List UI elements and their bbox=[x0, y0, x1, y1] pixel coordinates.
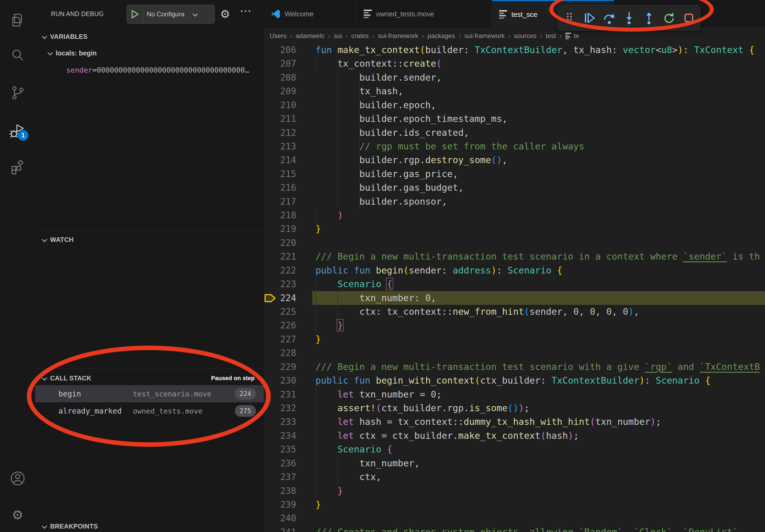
line-content[interactable]: } bbox=[312, 498, 765, 511]
line-number[interactable]: 222 bbox=[264, 264, 312, 277]
breadcrumb-file-item[interactable]: te bbox=[565, 32, 579, 40]
line-number[interactable]: 233 bbox=[264, 415, 312, 428]
code-line-209[interactable]: 209 tx_hash, bbox=[264, 84, 765, 98]
code-line-213[interactable]: 213 // rgp must be set from the caller a… bbox=[264, 139, 765, 153]
line-content[interactable]: builder.epoch_timestamp_ms, bbox=[312, 112, 765, 126]
line-content[interactable]: builder.gas_budget, bbox=[312, 181, 765, 194]
line-content[interactable]: // rgp must be set from the caller alway… bbox=[312, 139, 765, 153]
line-number[interactable]: 227 bbox=[264, 333, 312, 346]
breadcrumb-item[interactable]: adamwelc bbox=[296, 32, 325, 40]
line-content[interactable] bbox=[312, 346, 765, 360]
line-number[interactable]: 216 bbox=[264, 181, 312, 194]
line-number[interactable]: 221 bbox=[264, 250, 312, 263]
line-content[interactable]: Scenario { bbox=[312, 442, 765, 456]
breadcrumb-item[interactable]: crates bbox=[351, 32, 369, 40]
source-control-icon[interactable] bbox=[0, 79, 35, 107]
breadcrumb-item[interactable]: sui bbox=[334, 32, 342, 40]
variable-row[interactable]: sender = 0000000000000000000000000000000… bbox=[66, 63, 259, 77]
tab-welcome[interactable]: Welcome bbox=[264, 0, 357, 28]
extensions-icon[interactable] bbox=[0, 154, 35, 182]
line-number[interactable]: 207 bbox=[264, 57, 312, 71]
line-number[interactable]: 240 bbox=[264, 511, 312, 525]
code-line-239[interactable]: 239} bbox=[264, 498, 765, 511]
code-line-227[interactable]: 227} bbox=[264, 333, 765, 346]
code-line-230[interactable]: 230public fun begin_with_context(ctx_bui… bbox=[264, 374, 765, 387]
start-debug-icon[interactable] bbox=[131, 10, 140, 19]
line-content[interactable]: txn_number: 0, bbox=[312, 291, 765, 305]
line-content[interactable]: let hash = tx_context::dummy_tx_hash_wit… bbox=[312, 415, 765, 428]
line-content[interactable]: } bbox=[312, 222, 765, 236]
line-content[interactable]: } bbox=[312, 484, 765, 498]
line-number[interactable]: 225 bbox=[264, 305, 312, 319]
code-line-206[interactable]: 206fun make_tx_context(builder: TxContex… bbox=[264, 44, 765, 57]
line-content[interactable]: let ctx = ctx_builder.make_tx_context(ha… bbox=[312, 429, 765, 442]
line-number[interactable]: 212 bbox=[264, 126, 312, 139]
line-number[interactable]: 236 bbox=[264, 456, 312, 470]
line-content[interactable]: tx_hash, bbox=[312, 84, 765, 98]
line-content[interactable] bbox=[312, 236, 765, 250]
code-line-224[interactable]: 224 txn_number: 0, bbox=[264, 291, 765, 305]
line-content[interactable]: txn_number, bbox=[312, 456, 765, 470]
code-line-235[interactable]: 235 Scenario { bbox=[264, 442, 765, 456]
line-content[interactable]: builder.epoch, bbox=[312, 98, 765, 112]
settings-gear-icon[interactable]: ⚙ bbox=[0, 501, 35, 529]
explorer-icon[interactable] bbox=[0, 6, 35, 34]
code-line-236[interactable]: 236 txn_number, bbox=[264, 456, 765, 470]
code-line-215[interactable]: 215 builder.gas_price, bbox=[264, 167, 765, 181]
line-number[interactable]: 213 bbox=[264, 139, 312, 153]
code-line-216[interactable]: 216 builder.gas_budget, bbox=[264, 181, 765, 194]
code-line-207[interactable]: 207 tx_context::create( bbox=[264, 57, 765, 71]
line-number[interactable]: 217 bbox=[264, 195, 312, 208]
code-line-218[interactable]: 218 ) bbox=[264, 208, 765, 222]
run-and-debug-icon[interactable]: 1 bbox=[0, 118, 35, 145]
continue-button[interactable] bbox=[581, 9, 598, 27]
breadcrumb-item[interactable]: sui-framework bbox=[378, 32, 418, 40]
code-line-217[interactable]: 217 builder.sponsor, bbox=[264, 195, 765, 208]
line-number[interactable]: 208 bbox=[264, 71, 312, 84]
line-content[interactable]: public fun begin_with_context(ctx_builde… bbox=[312, 374, 765, 387]
more-actions-icon[interactable]: ··· bbox=[241, 6, 252, 16]
line-content[interactable]: ) bbox=[312, 208, 765, 222]
line-number[interactable]: 226 bbox=[264, 319, 312, 332]
line-number[interactable]: 234 bbox=[264, 429, 312, 442]
line-content[interactable]: ctx: tx_context::new_from_hint(sender, 0… bbox=[312, 305, 765, 319]
code-line-223[interactable]: 223 Scenario { bbox=[264, 277, 765, 291]
debug-config-dropdown[interactable]: No Configura bbox=[127, 5, 215, 24]
code-line-229[interactable]: 229/// Begin a new multi-transaction tes… bbox=[264, 360, 765, 374]
restart-button[interactable] bbox=[660, 9, 678, 27]
code-editor[interactable]: 206fun make_tx_context(builder: TxContex… bbox=[264, 44, 765, 532]
line-content[interactable] bbox=[312, 511, 765, 525]
search-icon[interactable] bbox=[0, 41, 35, 69]
line-content[interactable]: tx_context::create( bbox=[312, 57, 765, 71]
code-line-225[interactable]: 225 ctx: tx_context::new_from_hint(sende… bbox=[264, 305, 765, 319]
line-number[interactable]: 206 bbox=[264, 44, 312, 57]
line-number[interactable]: 215 bbox=[264, 167, 312, 181]
line-content[interactable]: } bbox=[312, 333, 765, 346]
line-content[interactable]: builder.rgp.destroy_some(), bbox=[312, 153, 765, 167]
line-content[interactable]: let txn_number = 0; bbox=[312, 388, 765, 401]
code-line-241[interactable]: 241/// Creates and shares system objects… bbox=[264, 525, 765, 532]
code-line-240[interactable]: 240 bbox=[264, 511, 765, 525]
line-number[interactable]: 241 bbox=[264, 525, 312, 532]
line-number[interactable]: 210 bbox=[264, 98, 312, 112]
line-content[interactable]: public fun begin(sender: address): Scena… bbox=[312, 264, 765, 277]
line-content[interactable]: builder.ids_created, bbox=[312, 126, 765, 139]
code-line-233[interactable]: 233 let hash = tx_context::dummy_tx_hash… bbox=[264, 415, 765, 428]
line-number[interactable]: 214 bbox=[264, 153, 312, 167]
line-number[interactable]: 209 bbox=[264, 84, 312, 98]
code-line-212[interactable]: 212 builder.ids_created, bbox=[264, 126, 765, 139]
stop-button[interactable] bbox=[680, 9, 697, 27]
code-line-222[interactable]: 222public fun begin(sender: address): Sc… bbox=[264, 264, 765, 277]
breadcrumb-item[interactable]: sources bbox=[514, 32, 536, 40]
breadcrumb-item[interactable]: sui-framework bbox=[464, 32, 505, 40]
code-line-231[interactable]: 231 let txn_number = 0; bbox=[264, 388, 765, 401]
step-over-button[interactable] bbox=[601, 9, 618, 27]
line-content[interactable]: assert!(ctx_builder.rgp.is_some()); bbox=[312, 401, 765, 415]
debug-settings-gear-icon[interactable]: ⚙ bbox=[220, 8, 230, 21]
line-number[interactable]: 230 bbox=[264, 374, 312, 387]
step-into-button[interactable] bbox=[620, 9, 638, 27]
account-icon[interactable] bbox=[0, 464, 35, 492]
code-line-238[interactable]: 238 } bbox=[264, 484, 765, 498]
code-line-214[interactable]: 214 builder.rgp.destroy_some(), bbox=[264, 153, 765, 167]
call-stack-section-header[interactable]: CALL STACK Paused on step bbox=[35, 370, 264, 387]
